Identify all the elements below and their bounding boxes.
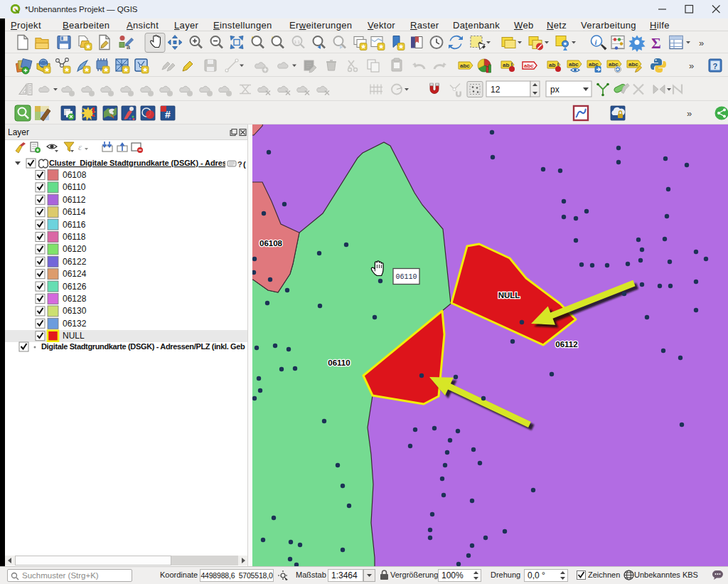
svg-text:1:1: 1:1 xyxy=(294,40,301,44)
svg-text:»: » xyxy=(699,38,704,48)
svg-text:abc: abc xyxy=(628,61,638,68)
svg-text:06118: 06118 xyxy=(63,232,86,242)
svg-text:Cluster_Digitale Stadtgrundkar: Cluster_Digitale Stadtgrundkarte (DSGK) … xyxy=(49,159,240,167)
svg-text:06110: 06110 xyxy=(395,273,417,281)
svg-text:06126: 06126 xyxy=(63,282,87,292)
svg-text:06128: 06128 xyxy=(63,294,87,304)
svg-text:06112: 06112 xyxy=(63,195,86,205)
svg-text:(: ( xyxy=(243,160,246,169)
svg-text:06130: 06130 xyxy=(63,306,87,316)
svg-text:#: # xyxy=(165,109,171,120)
svg-text:06116: 06116 xyxy=(63,220,86,230)
svg-text:a: a xyxy=(127,43,130,51)
svg-text:abc: abc xyxy=(460,63,470,69)
svg-text:06110: 06110 xyxy=(63,182,86,192)
svg-text:06112: 06112 xyxy=(555,340,577,349)
svg-text:NULL: NULL xyxy=(63,331,85,341)
svg-text:Digitale Stadtgrundkarte (DSGK: Digitale Stadtgrundkarte (DSGK) - Adress… xyxy=(41,342,245,351)
svg-text:»: » xyxy=(687,108,692,119)
svg-text:06124: 06124 xyxy=(63,269,87,279)
svg-text:abc: abc xyxy=(524,63,534,69)
svg-text:ab: ab xyxy=(503,62,509,68)
svg-text:06114: 06114 xyxy=(63,207,86,217)
svg-text:Σ: Σ xyxy=(651,35,661,52)
svg-text:»: » xyxy=(689,60,694,71)
svg-text:06122: 06122 xyxy=(63,257,87,267)
svg-text:?: ? xyxy=(237,160,242,169)
svg-text:px: px xyxy=(550,85,560,95)
svg-text:06132: 06132 xyxy=(63,319,87,329)
svg-text:NULL: NULL xyxy=(498,291,520,299)
svg-text:12: 12 xyxy=(491,85,500,95)
svg-text:06120: 06120 xyxy=(63,244,87,254)
svg-text:ab: ab xyxy=(549,62,555,68)
svg-text:abc: abc xyxy=(569,61,579,68)
svg-text:?: ? xyxy=(713,62,718,70)
svg-text:06108: 06108 xyxy=(259,239,283,248)
svg-text:06110: 06110 xyxy=(328,359,350,367)
svg-text:06108: 06108 xyxy=(63,170,87,180)
